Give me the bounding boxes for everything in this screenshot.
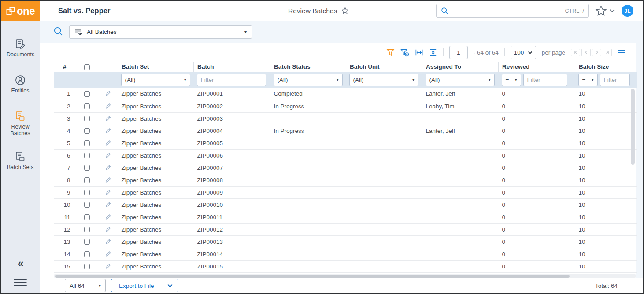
- table-row[interactable]: 2 Zipper Batches ZIP00002 In Progress Le…: [54, 100, 637, 112]
- app-logo[interactable]: one: [1, 1, 40, 21]
- table-row[interactable]: 13 Zipper Batches ZIP00013 0 10: [54, 235, 637, 248]
- edit-batch-icon[interactable]: [105, 225, 112, 232]
- row-checkbox[interactable]: [84, 202, 90, 208]
- batch-filter-input[interactable]: [197, 74, 266, 86]
- sidebar-item-review-batches[interactable]: Review Batches: [1, 110, 40, 137]
- per-page-label: per page: [542, 49, 565, 56]
- edit-batch-icon[interactable]: [105, 176, 112, 183]
- edit-batch-icon[interactable]: [105, 127, 112, 134]
- sidebar-menu-icon[interactable]: [14, 279, 27, 287]
- edit-batch-icon[interactable]: [105, 238, 112, 245]
- fit-row-height-icon[interactable]: [429, 48, 437, 57]
- last-page-button[interactable]: [603, 49, 612, 56]
- cell-batch-unit: [346, 198, 422, 211]
- export-options-chevron[interactable]: [162, 279, 178, 292]
- table-row[interactable]: 6 Zipper Batches ZIP00006 0 10: [54, 149, 637, 162]
- row-checkbox[interactable]: [84, 227, 90, 232]
- edit-batch-icon[interactable]: [105, 164, 112, 171]
- cell-assigned-to: [422, 211, 499, 223]
- table-row[interactable]: 14 Zipper Batches ZIP00014 0 10: [54, 248, 637, 260]
- edit-batch-icon[interactable]: [105, 114, 112, 121]
- batch-size-filter-input[interactable]: [600, 74, 630, 86]
- collapse-sidebar-icon[interactable]: «: [1, 258, 40, 269]
- table-row[interactable]: 7 Zipper Batches ZIP00007 0 10: [54, 162, 637, 174]
- cell-batch-unit: [346, 125, 422, 137]
- table-row[interactable]: 8 Zipper Batches ZIP00008 0 10: [54, 174, 637, 186]
- clear-filter-icon[interactable]: [400, 48, 409, 57]
- export-to-file-button[interactable]: Export to File: [111, 279, 178, 292]
- table-row[interactable]: 5 Zipper Batches ZIP00005 0 10: [54, 137, 637, 149]
- edit-batch-icon[interactable]: [105, 213, 112, 220]
- first-page-button[interactable]: [571, 49, 580, 56]
- page-title-group: Review Batches: [288, 1, 349, 21]
- batch-status-filter-select[interactable]: (All) ▾: [274, 74, 343, 86]
- batch-size-operator-select[interactable]: = ▾: [578, 74, 598, 86]
- cell-batch-status: [270, 198, 346, 211]
- user-avatar[interactable]: JL: [622, 5, 633, 17]
- page-number-input[interactable]: [449, 46, 468, 59]
- sidebar-item-batch-sets[interactable]: Batch Sets: [1, 151, 40, 171]
- col-header-reviewed[interactable]: Reviewed: [499, 62, 575, 72]
- edit-batch-icon[interactable]: [105, 139, 112, 146]
- reviewed-filter-input[interactable]: [523, 74, 567, 86]
- batches-search-icon[interactable]: [53, 26, 63, 37]
- batch-view-select[interactable]: All Batches ▾: [69, 25, 252, 39]
- row-checkbox[interactable]: [84, 264, 90, 269]
- prev-page-button[interactable]: [581, 49, 591, 56]
- row-checkbox[interactable]: [84, 214, 90, 220]
- next-page-button[interactable]: [592, 49, 601, 56]
- horizontal-scrollbar-track[interactable]: [54, 274, 636, 278]
- row-checkbox[interactable]: [84, 116, 90, 121]
- filter-icon[interactable]: [386, 48, 395, 57]
- edit-batch-icon[interactable]: [105, 188, 112, 195]
- select-all-checkbox[interactable]: [84, 64, 90, 70]
- col-header-batch-set[interactable]: Batch Set: [118, 62, 194, 72]
- batch-unit-filter-select[interactable]: (All) ▾: [349, 74, 418, 86]
- favorite-page-star-icon[interactable]: [341, 7, 349, 15]
- table-row[interactable]: 15 Zipper Batches ZIP00015 0 10: [54, 260, 637, 272]
- vertical-scrollbar[interactable]: [631, 89, 635, 165]
- col-header-batch-size[interactable]: Batch Size: [575, 62, 637, 72]
- horizontal-scrollbar-thumb[interactable]: [55, 275, 570, 278]
- row-checkbox[interactable]: [84, 103, 90, 109]
- row-checkbox[interactable]: [84, 153, 90, 158]
- sidebar-item-entities[interactable]: Entities: [1, 74, 40, 94]
- table-row[interactable]: 10 Zipper Batches ZIP00010 0 10: [54, 198, 637, 211]
- table-row[interactable]: 12 Zipper Batches ZIP00012 0 10: [54, 223, 637, 235]
- sidebar-item-documents[interactable]: Documents: [1, 38, 40, 58]
- edit-batch-icon[interactable]: [105, 102, 112, 109]
- row-checkbox[interactable]: [84, 177, 90, 183]
- edit-batch-icon[interactable]: [105, 250, 112, 257]
- table-row[interactable]: 9 Zipper Batches ZIP00009 0 10: [54, 186, 637, 198]
- row-checkbox[interactable]: [84, 91, 90, 97]
- row-checkbox[interactable]: [84, 251, 90, 257]
- assigned-to-filter-select[interactable]: (All) ▾: [426, 74, 495, 86]
- global-search-input[interactable]: [452, 7, 562, 14]
- row-checkbox[interactable]: [84, 190, 90, 195]
- col-header-assigned-to[interactable]: Assigned To: [422, 62, 499, 72]
- table-row[interactable]: 3 Zipper Batches ZIP00003 0 10: [54, 112, 637, 125]
- edit-batch-icon[interactable]: [105, 262, 112, 269]
- row-checkbox[interactable]: [84, 239, 90, 245]
- favorites-menu[interactable]: [595, 5, 615, 17]
- global-search-box[interactable]: CTRL+/: [436, 4, 589, 18]
- selection-scope-select[interactable]: All 64 ▾: [65, 279, 106, 292]
- row-checkbox[interactable]: [84, 165, 90, 171]
- table-row[interactable]: 11 Zipper Batches ZIP00011 0 10: [54, 211, 637, 223]
- grid-menu-icon[interactable]: [618, 48, 625, 57]
- col-header-batch-status[interactable]: Batch Status: [270, 62, 346, 72]
- edit-batch-icon[interactable]: [105, 89, 112, 96]
- col-header-batch[interactable]: Batch: [194, 62, 270, 72]
- edit-batch-icon[interactable]: [105, 201, 112, 208]
- col-header-num[interactable]: #: [54, 62, 75, 72]
- table-row[interactable]: 4 Zipper Batches ZIP00004 In Progress La…: [54, 125, 637, 137]
- batch-set-filter-select[interactable]: (All) ▾: [121, 74, 190, 86]
- table-row[interactable]: 1 Zipper Batches ZIP00001 Completed Lant…: [54, 88, 637, 100]
- fit-column-width-icon[interactable]: [415, 48, 423, 57]
- col-header-batch-unit[interactable]: Batch Unit: [346, 62, 422, 72]
- row-checkbox[interactable]: [84, 128, 90, 134]
- per-page-select[interactable]: 100: [511, 46, 536, 59]
- reviewed-operator-select[interactable]: = ▾: [502, 74, 521, 86]
- row-checkbox[interactable]: [84, 140, 90, 146]
- edit-batch-icon[interactable]: [105, 151, 112, 158]
